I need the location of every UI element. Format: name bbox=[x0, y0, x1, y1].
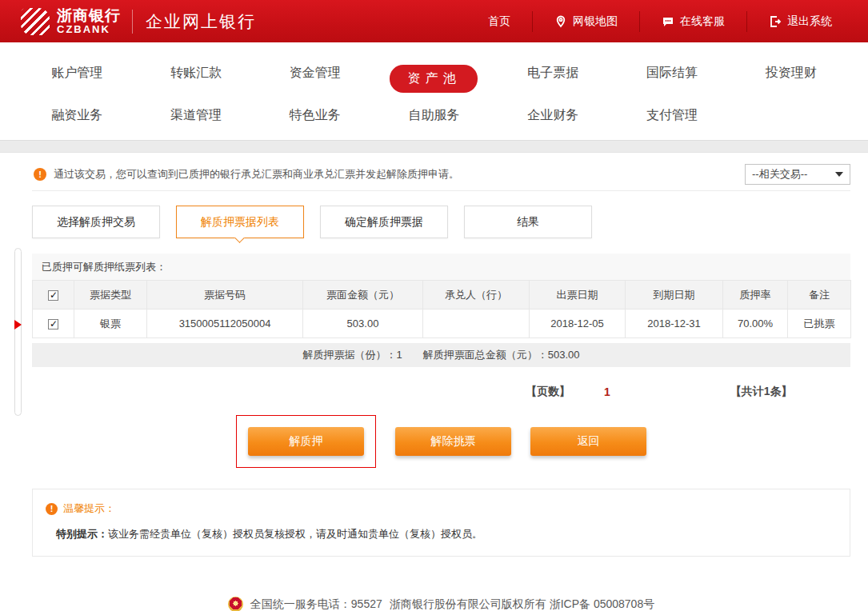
transaction-info-bar: ! 通过该交易，您可以查询到已质押的银行承兑汇票和商业承兑汇票并发起解除质押申请… bbox=[32, 162, 850, 191]
police-emblem-icon bbox=[228, 597, 243, 611]
copyright: 浙商银行股份有限公司版权所有 浙ICP备 05008708号 bbox=[390, 597, 654, 611]
col-ticket-number: 票据号码 bbox=[147, 281, 303, 309]
topnav-map-label: 网银地图 bbox=[573, 14, 618, 29]
cell-acceptor bbox=[423, 309, 530, 338]
related-transaction-value: --相关交易-- bbox=[752, 167, 807, 182]
menu-item-funds[interactable]: 资金管理 bbox=[255, 58, 374, 99]
tab-release-ticket-list[interactable]: 解质押票据列表 bbox=[176, 206, 304, 238]
table-header-row: 票据类型 票据号码 票面金额（元） 承兑人（行） 出票日期 到期日期 质押率 备… bbox=[33, 281, 851, 309]
summary-amount: 解质押票面总金额（元）：503.00 bbox=[423, 348, 580, 362]
notice-bold-label: 特别提示： bbox=[56, 528, 108, 540]
page: 浙商银行 CZBANK 企业网上银行 首页 网银地图 在线客服 bbox=[0, 0, 868, 611]
tab-select-release-transaction[interactable]: 选择解质押交易 bbox=[32, 206, 160, 238]
transaction-description: 通过该交易，您可以查询到已质押的银行承兑汇票和商业承兑汇票并发起解除质押申请。 bbox=[54, 167, 459, 182]
content-area: ! 通过该交易，您可以查询到已质押的银行承兑汇票和商业承兑汇票并发起解除质押申请… bbox=[0, 162, 868, 611]
menu-item-corp-finance[interactable]: 企业财务 bbox=[494, 101, 613, 130]
info-icon: ! bbox=[34, 168, 46, 181]
menu-item-self-service[interactable]: 自助服务 bbox=[374, 101, 494, 130]
pagination: 【页数】 1 【共计1条】 bbox=[32, 385, 850, 399]
menu-item-channel[interactable]: 渠道管理 bbox=[137, 101, 256, 130]
cell-issue-date: 2018-12-05 bbox=[530, 309, 626, 338]
topnav-service[interactable]: 在线客服 bbox=[639, 11, 746, 32]
col-face-amount: 票面金额（元） bbox=[303, 281, 423, 309]
cell-pledge-rate: 70.00% bbox=[723, 309, 788, 338]
menu-item-payment[interactable]: 支付管理 bbox=[613, 101, 732, 130]
topnav-home[interactable]: 首页 bbox=[466, 11, 532, 32]
total-count-label: 【共计1条】 bbox=[730, 385, 793, 399]
topnav-map[interactable]: 网银地图 bbox=[532, 11, 639, 32]
release-pledge-highlight-box: 解质押 bbox=[236, 415, 376, 468]
back-button[interactable]: 返回 bbox=[530, 427, 646, 456]
logout-icon bbox=[769, 15, 782, 28]
step-tabs: 选择解质押交易 解质押票据列表 确定解质押票据 结果 bbox=[32, 206, 850, 238]
table-title: 已质押可解质押纸票列表： bbox=[32, 254, 850, 280]
cell-due-date: 2018-12-31 bbox=[626, 309, 723, 338]
col-ticket-type: 票据类型 bbox=[74, 281, 147, 309]
menu-divider-strip bbox=[0, 140, 868, 153]
topnav-home-label: 首页 bbox=[488, 14, 510, 29]
map-pin-icon bbox=[554, 15, 567, 28]
menu-item-investment[interactable]: 投资理财 bbox=[731, 58, 850, 99]
cell-ticket-type: 银票 bbox=[74, 309, 147, 338]
menu-item-asset-pool-active[interactable]: 资产池 bbox=[374, 58, 494, 99]
service-phone: 全国统一服务电话：95527 bbox=[250, 597, 382, 611]
page-footer: 全国统一服务电话：95527 浙商银行股份有限公司版权所有 浙ICP备 0500… bbox=[32, 597, 850, 611]
pledged-tickets-table: 票据类型 票据号码 票面金额（元） 承兑人（行） 出票日期 到期日期 质押率 备… bbox=[32, 280, 851, 338]
pages-label: 【页数】 bbox=[526, 385, 570, 399]
menu-row-2: 融资业务 渠道管理 特色业务 自助服务 企业财务 支付管理 bbox=[18, 101, 850, 130]
summary-count: 解质押票据（份）：1 bbox=[303, 348, 402, 362]
menu-row-1: 账户管理 转账汇款 资金管理 资产池 电子票据 国际结算 投资理财 bbox=[18, 58, 850, 99]
bank-name-en: CZBANK bbox=[57, 24, 121, 35]
col-pledge-rate: 质押率 bbox=[723, 281, 788, 309]
action-buttons: 解质押 解除挑票 返回 bbox=[32, 415, 850, 468]
side-panel-expand-arrow-icon[interactable] bbox=[14, 320, 22, 329]
product-title: 企业网上银行 bbox=[146, 10, 256, 33]
menu-item-account[interactable]: 账户管理 bbox=[18, 58, 137, 99]
col-due-date: 到期日期 bbox=[626, 281, 723, 309]
tab-confirm-release-tickets[interactable]: 确定解质押票据 bbox=[320, 206, 448, 238]
row-checkbox[interactable] bbox=[48, 319, 58, 329]
menu-item-ebill[interactable]: 电子票据 bbox=[494, 58, 613, 99]
top-nav: 首页 网银地图 在线客服 退出系统 bbox=[466, 0, 868, 42]
menu-item-intl-settlement[interactable]: 国际结算 bbox=[613, 58, 732, 99]
side-panel-handle[interactable] bbox=[14, 248, 22, 416]
cell-remark: 已挑票 bbox=[788, 309, 851, 338]
select-all-checkbox[interactable] bbox=[48, 290, 58, 301]
menu-item-transfer[interactable]: 转账汇款 bbox=[137, 58, 256, 99]
bank-logo[interactable]: 浙商银行 CZBANK 企业网上银行 bbox=[0, 8, 256, 35]
current-page-number[interactable]: 1 bbox=[604, 385, 610, 398]
tab-result[interactable]: 结果 bbox=[464, 206, 592, 238]
menu-item-special[interactable]: 特色业务 bbox=[255, 101, 374, 130]
top-header-bar: 浙商银行 CZBANK 企业网上银行 首页 网银地图 在线客服 bbox=[0, 0, 868, 42]
notice-title: 温馨提示： bbox=[63, 501, 115, 516]
topnav-logout[interactable]: 退出系统 bbox=[746, 11, 854, 32]
logo-divider bbox=[132, 10, 133, 34]
topnav-service-label: 在线客服 bbox=[680, 14, 725, 29]
notice-box: ! 温馨提示： 特别提示：该业务需经贵单位（复核）授权员复核授权，请及时通知贵单… bbox=[32, 489, 850, 557]
release-pledge-button[interactable]: 解质押 bbox=[248, 427, 364, 456]
menu-item-financing[interactable]: 融资业务 bbox=[18, 101, 137, 130]
topnav-logout-label: 退出系统 bbox=[787, 14, 832, 29]
warning-icon: ! bbox=[46, 503, 58, 515]
czbank-stripes-logo-icon bbox=[21, 8, 50, 35]
bank-name-cn: 浙商银行 bbox=[57, 8, 121, 24]
cell-face-amount: 503.00 bbox=[303, 309, 423, 338]
col-issue-date: 出票日期 bbox=[530, 281, 626, 309]
chevron-down-icon bbox=[835, 172, 843, 177]
chat-icon bbox=[662, 15, 674, 28]
release-pick-button[interactable]: 解除挑票 bbox=[395, 427, 511, 456]
notice-text: 该业务需经贵单位（复核）授权员复核授权，请及时通知贵单位（复核）授权员。 bbox=[108, 528, 482, 540]
col-acceptor: 承兑人（行） bbox=[423, 281, 530, 309]
main-menu: 账户管理 转账汇款 资金管理 资产池 电子票据 国际结算 投资理财 融资业务 渠… bbox=[0, 42, 868, 140]
table-row: 银票 3150005112050004 503.00 2018-12-05 20… bbox=[33, 309, 851, 338]
cell-ticket-number[interactable]: 3150005112050004 bbox=[147, 309, 303, 338]
summary-bar: 解质押票据（份）：1 解质押票面总金额（元）：503.00 bbox=[32, 343, 850, 367]
related-transaction-select[interactable]: --相关交易-- bbox=[745, 164, 850, 185]
col-remark: 备注 bbox=[788, 281, 851, 309]
